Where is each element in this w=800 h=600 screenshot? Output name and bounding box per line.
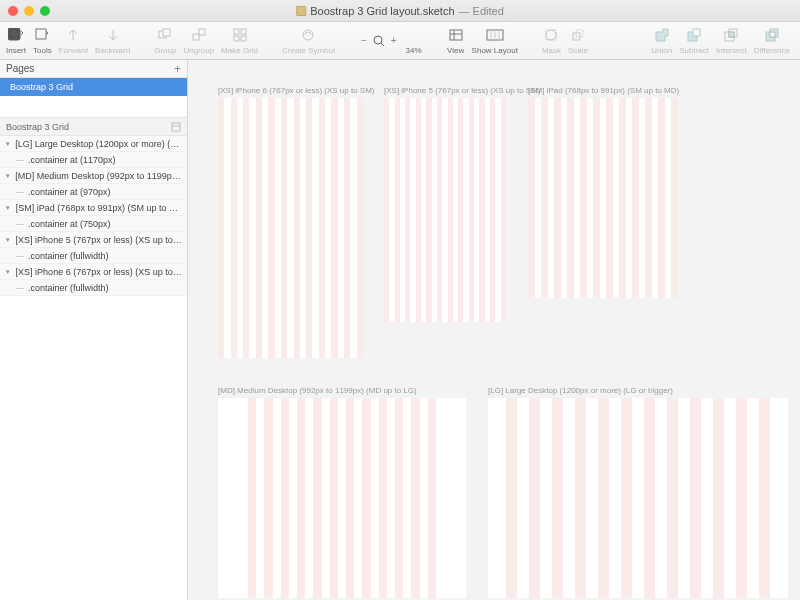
layer-label: [XS] iPhone 5 (767px or less) (XS up to … [16, 235, 183, 245]
zoom-value-label: 34% [405, 26, 423, 55]
window-titlebar: Boostrap 3 Grid layout.sketch — Edited [0, 0, 800, 22]
artboard-large-desktop[interactable]: [LG] Large Desktop (1200px or more) (LG … [488, 398, 788, 598]
pages-header: Pages + [0, 60, 187, 78]
tools-button[interactable]: Tools [33, 26, 52, 55]
artboard-label: [SM] iPad (768px to 991px) (SM up to MD) [528, 86, 679, 95]
disclosure-icon[interactable]: ▾ [4, 268, 12, 276]
zoom-in-button[interactable]: + [389, 35, 399, 46]
svg-rect-8 [241, 29, 246, 34]
artboard-medium-desktop[interactable]: [MD] Medium Desktop (992px to 1199px) (M… [218, 398, 466, 598]
layer-label: .container (fullwidth) [28, 251, 109, 261]
zoom-control: − + [359, 35, 399, 47]
layers-header: Boostrap 3 Grid [0, 118, 187, 136]
edited-status: — Edited [459, 5, 504, 17]
layer-artboard[interactable]: ▾[LG] Large Desktop (1200px or more) (LG… [0, 136, 187, 152]
make-grid-button[interactable]: Make Grid [221, 26, 258, 55]
layer-icon: — [16, 283, 24, 292]
ungroup-button[interactable]: Ungroup [183, 26, 214, 55]
insert-button[interactable]: + Insert [6, 26, 26, 55]
grid-columns [506, 398, 770, 598]
layer-label: .container at (1170px) [28, 155, 116, 165]
layer-label: .container at (750px) [28, 219, 111, 229]
add-page-button[interactable]: + [174, 62, 181, 76]
group-button[interactable]: Group [154, 26, 176, 55]
disclosure-icon[interactable]: ▾ [4, 236, 12, 244]
pages-label: Pages [6, 63, 34, 74]
svg-rect-4 [163, 29, 170, 36]
svg-rect-9 [234, 36, 239, 41]
svg-rect-6 [199, 29, 205, 35]
grid-columns [384, 98, 506, 322]
svg-text:+: + [11, 28, 17, 39]
svg-point-12 [374, 36, 382, 44]
layer-item[interactable]: —.container (fullwidth) [0, 248, 187, 264]
layer-label: [XS] iPhone 6 (767px or less) (XS up to … [16, 267, 183, 277]
svg-line-13 [381, 43, 384, 46]
svg-point-21 [546, 30, 556, 40]
svg-rect-26 [693, 29, 700, 36]
svg-rect-5 [193, 34, 199, 40]
artboard-iphone5[interactable]: [XS] iPhone 5 (767px or less) (XS up to … [384, 98, 506, 322]
artboard-ipad[interactable]: [SM] iPad (768px to 991px) (SM up to MD) [528, 98, 678, 298]
intersect-button[interactable]: Intersect [716, 26, 747, 55]
layer-item[interactable]: —.container (fullwidth) [0, 280, 187, 296]
filename: Boostrap 3 Grid layout.sketch [310, 5, 454, 17]
artboard-label: [MD] Medium Desktop (992px to 1199px) (M… [218, 386, 417, 395]
svg-rect-14 [450, 30, 462, 40]
grid-columns [528, 98, 678, 298]
view-button[interactable]: View [447, 26, 465, 55]
svg-rect-10 [241, 36, 246, 41]
toolbar: + Insert Tools Forward Backward Group Un… [0, 22, 800, 60]
zoom-out-button[interactable]: − [359, 35, 369, 46]
svg-rect-2 [36, 29, 46, 39]
difference-button[interactable]: Difference [754, 26, 790, 55]
document-icon [296, 6, 306, 16]
disclosure-icon[interactable]: ▾ [4, 204, 12, 212]
canvas[interactable]: [XS] iPhone 6 (767px or less) (XS up to … [188, 60, 800, 600]
layer-icon: — [16, 155, 24, 164]
backward-button[interactable]: Backward [95, 26, 130, 55]
layer-icon: — [16, 187, 24, 196]
scale-button[interactable]: Scale [568, 26, 588, 55]
layers-list: ▾[LG] Large Desktop (1200px or more) (LG… [0, 136, 187, 296]
window-title: Boostrap 3 Grid layout.sketch — Edited [296, 5, 504, 17]
layer-icon: — [16, 219, 24, 228]
disclosure-icon[interactable]: ▾ [4, 172, 11, 180]
mask-button[interactable]: Mask [542, 26, 561, 55]
layer-artboard[interactable]: ▾[SM] iPad (768px to 991px) (SM up to MD… [0, 200, 187, 216]
pages-spacer [0, 96, 187, 118]
magnifier-icon [373, 35, 385, 47]
layer-item[interactable]: —.container at (970px) [0, 184, 187, 200]
show-layout-button[interactable]: Show Layout [472, 26, 518, 55]
layer-label: [MD] Medium Desktop (992px to 1199px) (M… [15, 171, 183, 181]
grid-columns [248, 398, 436, 598]
minimize-icon[interactable] [24, 6, 34, 16]
layer-artboard[interactable]: ▾[MD] Medium Desktop (992px to 1199px) (… [0, 168, 187, 184]
layer-label: .container at (970px) [28, 187, 111, 197]
grid-columns [218, 98, 363, 358]
forward-button[interactable]: Forward [59, 26, 88, 55]
layer-artboard[interactable]: ▾[XS] iPhone 5 (767px or less) (XS up to… [0, 232, 187, 248]
layers-page-name: Boostrap 3 Grid [6, 122, 69, 132]
layer-item[interactable]: —.container at (1170px) [0, 152, 187, 168]
traffic-lights [8, 6, 50, 16]
page-item-active[interactable]: Boostrap 3 Grid [0, 78, 187, 96]
svg-rect-29 [729, 32, 734, 37]
layer-artboard[interactable]: ▾[XS] iPhone 6 (767px or less) (XS up to… [0, 264, 187, 280]
svg-rect-32 [770, 32, 775, 37]
disclosure-icon[interactable]: ▾ [4, 140, 11, 148]
sidebar: Pages + Boostrap 3 Grid Boostrap 3 Grid … [0, 60, 188, 600]
union-button[interactable]: Union [651, 26, 672, 55]
artboard-list-icon[interactable] [171, 122, 181, 132]
artboard-iphone6[interactable]: [XS] iPhone 6 (767px or less) (XS up to … [218, 98, 363, 358]
create-symbol-button[interactable]: Create Symbol [282, 26, 335, 55]
layer-label: [SM] iPad (768px to 991px) (SM up to MD) [16, 203, 183, 213]
layer-icon: — [16, 251, 24, 260]
close-icon[interactable] [8, 6, 18, 16]
subtract-button[interactable]: Subtract [679, 26, 709, 55]
maximize-icon[interactable] [40, 6, 50, 16]
layer-label: [LG] Large Desktop (1200px or more) (LG … [15, 139, 183, 149]
artboard-label: [LG] Large Desktop (1200px or more) (LG … [488, 386, 673, 395]
svg-rect-33 [172, 123, 180, 131]
layer-item[interactable]: —.container at (750px) [0, 216, 187, 232]
